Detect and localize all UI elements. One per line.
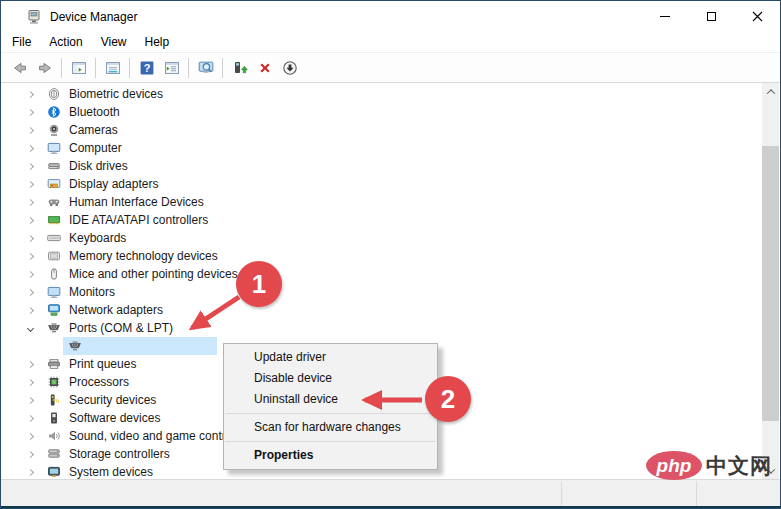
window-controls	[642, 1, 780, 32]
tree-item-label: Monitors	[69, 285, 115, 299]
menu-view[interactable]: View	[92, 32, 136, 53]
expand-chevron-icon[interactable]	[24, 110, 36, 115]
uninstall-device-icon[interactable]	[253, 57, 276, 80]
expand-chevron-icon[interactable]	[24, 236, 36, 241]
show-console-tree-icon[interactable]	[67, 57, 90, 80]
expand-chevron-icon[interactable]	[24, 146, 36, 151]
context-update-driver[interactable]: Update driver	[224, 347, 437, 368]
network-icon	[47, 303, 61, 317]
tree-item-label: Computer	[69, 141, 122, 155]
menu-help[interactable]: Help	[136, 32, 179, 53]
tree-item-label: Storage controllers	[69, 447, 170, 461]
disk-icon	[47, 159, 61, 173]
tree-item-biometric-devices[interactable]: Biometric devices	[1, 85, 780, 103]
collapse-chevron-icon[interactable]	[24, 326, 36, 331]
security-icon	[47, 393, 61, 407]
scrollbar-thumb[interactable]	[762, 146, 779, 421]
tree-item-mice-and-other-pointing-devices[interactable]: Mice and other pointing devices	[1, 265, 780, 283]
tree-item-label: Biometric devices	[69, 87, 163, 101]
context-menu-separator	[225, 441, 436, 442]
tree-item-disk-drives[interactable]: Disk drives	[1, 157, 780, 175]
tree-item-cameras[interactable]: Cameras	[1, 121, 780, 139]
menu-action[interactable]: Action	[40, 32, 91, 53]
expand-chevron-icon[interactable]	[24, 290, 36, 295]
vertical-scrollbar[interactable]	[762, 83, 779, 479]
software-icon	[47, 411, 61, 425]
watermark: php 中文网	[646, 451, 772, 480]
title-bar: Device Manager	[1, 1, 780, 32]
watermark-site-text: 中文网	[706, 452, 772, 480]
statusbar-separator	[561, 481, 562, 507]
expand-chevron-icon[interactable]	[24, 128, 36, 133]
window-title: Device Manager	[50, 10, 137, 24]
menu-file[interactable]: File	[3, 32, 40, 53]
maximize-button[interactable]	[688, 1, 734, 32]
export-list-icon[interactable]	[160, 57, 183, 80]
tree-item-display-adapters[interactable]: Display adapters	[1, 175, 780, 193]
expand-chevron-icon[interactable]	[24, 362, 36, 367]
tree-item-label: Human Interface Devices	[69, 195, 204, 209]
fingerprint-icon	[47, 87, 61, 101]
context-disable-device[interactable]: Disable device	[224, 368, 437, 389]
toolbar-separator	[129, 58, 130, 78]
tree-item-ports-com-lpt[interactable]: Ports (COM & LPT)	[1, 319, 780, 337]
close-button[interactable]	[734, 1, 780, 32]
tree-item-label: Cameras	[69, 123, 118, 137]
status-bar	[1, 479, 780, 506]
expand-chevron-icon[interactable]	[24, 272, 36, 277]
printer-icon	[47, 357, 61, 371]
toolbar-separator	[188, 58, 189, 78]
device-manager-icon	[26, 9, 42, 25]
tree-item-ide-ata-atapi-controllers[interactable]: IDE ATA/ATAPI controllers	[1, 211, 780, 229]
tree-item-label: Ports (COM & LPT)	[69, 321, 173, 335]
tree-item-label: Security devices	[69, 393, 156, 407]
tree-item-monitors[interactable]: Monitors	[1, 283, 780, 301]
step-1-badge: 1	[236, 261, 282, 307]
back-icon[interactable]	[8, 57, 31, 80]
context-uninstall-device[interactable]: Uninstall device	[224, 389, 437, 410]
expand-chevron-icon[interactable]	[24, 398, 36, 403]
update-driver-icon[interactable]	[228, 57, 251, 80]
expand-chevron-icon[interactable]	[24, 452, 36, 457]
storage-icon	[47, 447, 61, 461]
forward-icon[interactable]	[33, 57, 56, 80]
context-scan-for-hardware-changes[interactable]: Scan for hardware changes	[224, 417, 437, 438]
minimize-button[interactable]	[642, 1, 688, 32]
scan-hardware-changes-icon[interactable]	[194, 57, 217, 80]
toolbar-separator	[222, 58, 223, 78]
step-2-badge: 2	[425, 376, 471, 422]
processor-icon	[47, 375, 61, 389]
tree-item-memory-technology-devices[interactable]: Memory technology devices	[1, 247, 780, 265]
tree-item-computer[interactable]: Computer	[1, 139, 780, 157]
bluetooth-icon	[47, 105, 61, 119]
tree-item-keyboards[interactable]: Keyboards	[1, 229, 780, 247]
expand-chevron-icon[interactable]	[24, 416, 36, 421]
expand-chevron-icon[interactable]	[24, 380, 36, 385]
tree-item-human-interface-devices[interactable]: Human Interface Devices	[1, 193, 780, 211]
tree-item-label: Bluetooth	[69, 105, 120, 119]
tree-item-label: IDE ATA/ATAPI controllers	[69, 213, 208, 227]
expand-chevron-icon[interactable]	[24, 164, 36, 169]
expand-chevron-icon[interactable]	[24, 308, 36, 313]
display-icon	[47, 177, 61, 191]
expand-chevron-icon[interactable]	[24, 182, 36, 187]
expand-chevron-icon[interactable]	[24, 434, 36, 439]
tree-item-label: Processors	[69, 375, 129, 389]
expand-chevron-icon[interactable]	[24, 92, 36, 97]
context-properties[interactable]: Properties	[224, 445, 437, 466]
expand-chevron-icon[interactable]	[24, 218, 36, 223]
system-icon	[47, 465, 61, 479]
tree-item-label: Memory technology devices	[69, 249, 218, 263]
toolbar-separator	[61, 58, 62, 78]
expand-chevron-icon[interactable]	[24, 470, 36, 475]
expand-chevron-icon[interactable]	[24, 200, 36, 205]
expand-chevron-icon[interactable]	[24, 254, 36, 259]
port-icon	[68, 339, 82, 353]
scroll-up-icon[interactable]	[762, 83, 779, 100]
tree-item-bluetooth[interactable]: Bluetooth	[1, 103, 780, 121]
disable-device-icon[interactable]	[278, 57, 301, 80]
tree-item-network-adapters[interactable]: Network adapters	[1, 301, 780, 319]
properties-window-icon[interactable]	[101, 57, 124, 80]
help-icon[interactable]: ?	[135, 57, 158, 80]
tree-item-label: Print queues	[69, 357, 136, 371]
